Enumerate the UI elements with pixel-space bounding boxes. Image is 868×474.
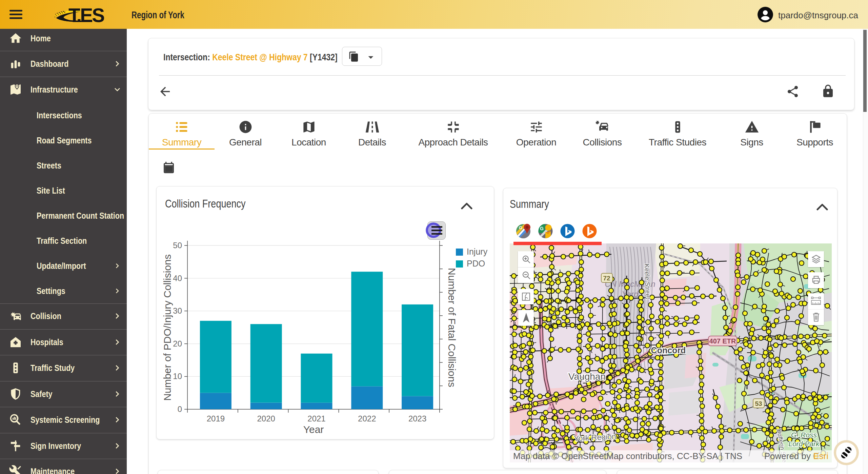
svg-text:10: 10 (173, 372, 182, 381)
svg-text:G: G (540, 226, 544, 231)
svg-text:Lord Park: Lord Park (788, 440, 820, 448)
svg-text:50: 50 (173, 241, 182, 250)
svg-text:72: 72 (603, 275, 610, 282)
svg-text:40: 40 (173, 274, 182, 283)
svg-text:20: 20 (173, 339, 182, 348)
svg-text:Keele Street: Keele Street (643, 263, 652, 299)
svg-text:PDO: PDO (467, 259, 485, 268)
svg-text:Number of Fatal Collisions: Number of Fatal Collisions (446, 268, 458, 387)
svg-text:0: 0 (178, 404, 182, 414)
svg-text:Concord: Concord (651, 345, 686, 355)
svg-text:Map data © OpenStreetMap contr: Map data © OpenStreetMap contributors, C… (513, 451, 742, 461)
svg-text:2022: 2022 (358, 414, 376, 423)
svg-text:Number of PDO/Injury Collision: Number of PDO/Injury Collisions (162, 254, 173, 401)
svg-text:Year: Year (303, 424, 324, 435)
svg-text:2019: 2019 (207, 414, 225, 423)
svg-text:Powered by Esri: Powered by Esri (764, 451, 828, 461)
svg-text:Injury: Injury (467, 247, 488, 256)
svg-text:T.ES: T.ES (68, 4, 104, 26)
svg-text:2020: 2020 (257, 414, 275, 423)
svg-text:Vaughan: Vaughan (568, 371, 606, 382)
svg-text:2021: 2021 (307, 414, 325, 423)
svg-text:53: 53 (755, 400, 762, 407)
svg-text:G: G (519, 225, 522, 230)
svg-text:G. Ross: G. Ross (791, 431, 817, 439)
svg-text:2023: 2023 (408, 414, 426, 423)
svg-text:407 ETR: 407 ETR (709, 337, 736, 345)
svg-text:30: 30 (173, 306, 182, 315)
